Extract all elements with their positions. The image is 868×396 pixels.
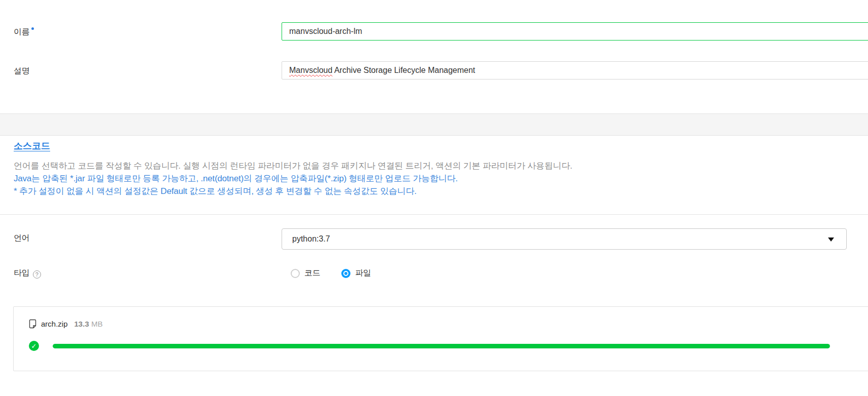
description-field-row: 설명 Manvscloud Archive Storage Lifecycle … bbox=[0, 61, 868, 80]
radio-checked-icon[interactable] bbox=[341, 269, 350, 278]
type-label: 타입? bbox=[0, 266, 282, 279]
language-label: 언어 bbox=[0, 228, 282, 244]
name-label-text: 이름 bbox=[14, 27, 30, 36]
file-name: arch.zip bbox=[41, 320, 68, 328]
radio-unchecked-icon[interactable] bbox=[291, 269, 300, 278]
radio-option-file-label: 파일 bbox=[355, 268, 371, 279]
source-code-section: 소스코드 언어를 선택하고 코드를 작성할 수 있습니다. 실행 시점의 런타임… bbox=[0, 136, 868, 197]
section-separator bbox=[0, 113, 868, 136]
upload-progress-bar bbox=[53, 344, 830, 348]
required-dot-icon bbox=[31, 27, 34, 30]
radio-option-code-label: 코드 bbox=[304, 268, 320, 279]
name-input[interactable] bbox=[282, 22, 868, 41]
source-code-link[interactable]: 소스코드 bbox=[14, 140, 50, 152]
language-field-row: 언어 python:3.7 bbox=[0, 228, 868, 250]
source-desc-line3: * 추가 설정이 없을 시 액션의 설정값은 Default 값으로 생성되며,… bbox=[14, 185, 868, 197]
description-input[interactable]: Manvscloud Archive Storage Lifecycle Man… bbox=[282, 61, 868, 80]
radio-option-file[interactable]: 파일 bbox=[341, 268, 371, 279]
file-size-unit: MB bbox=[91, 320, 103, 328]
chevron-down-icon bbox=[828, 237, 834, 242]
check-circle-icon: ✓ bbox=[29, 341, 39, 351]
source-desc-line1: 언어를 선택하고 코드를 작성할 수 있습니다. 실행 시점의 런타임 파라미터… bbox=[14, 160, 868, 172]
source-desc-line2: Java는 압축된 *.jar 파일 형태로만 등록 가능하고, .net(do… bbox=[14, 172, 868, 185]
description-misspelled-word: Manvscloud bbox=[289, 66, 332, 75]
file-size: 13.3 bbox=[74, 320, 89, 328]
description-rest-text: Archive Storage Lifecycle Management bbox=[332, 66, 475, 75]
upload-progress-row: ✓ bbox=[29, 341, 868, 351]
divider bbox=[0, 214, 868, 215]
upload-progress-fill bbox=[53, 344, 830, 348]
type-radio-group: 코드 파일 bbox=[282, 266, 868, 279]
name-label: 이름 bbox=[0, 22, 282, 37]
type-label-text: 타입 bbox=[14, 268, 30, 277]
uploaded-file-row: arch.zip 13.3 MB bbox=[29, 319, 868, 329]
name-field-row: 이름 bbox=[0, 22, 868, 41]
radio-option-code[interactable]: 코드 bbox=[291, 268, 320, 279]
description-label: 설명 bbox=[0, 61, 282, 76]
language-select[interactable]: python:3.7 bbox=[282, 228, 847, 250]
file-upload-card: arch.zip 13.3 MB ✓ bbox=[13, 306, 868, 371]
type-field-row: 타입? 코드 파일 bbox=[0, 266, 868, 279]
file-icon bbox=[29, 319, 36, 329]
language-selected-value: python:3.7 bbox=[292, 234, 330, 244]
help-icon[interactable]: ? bbox=[33, 270, 41, 279]
